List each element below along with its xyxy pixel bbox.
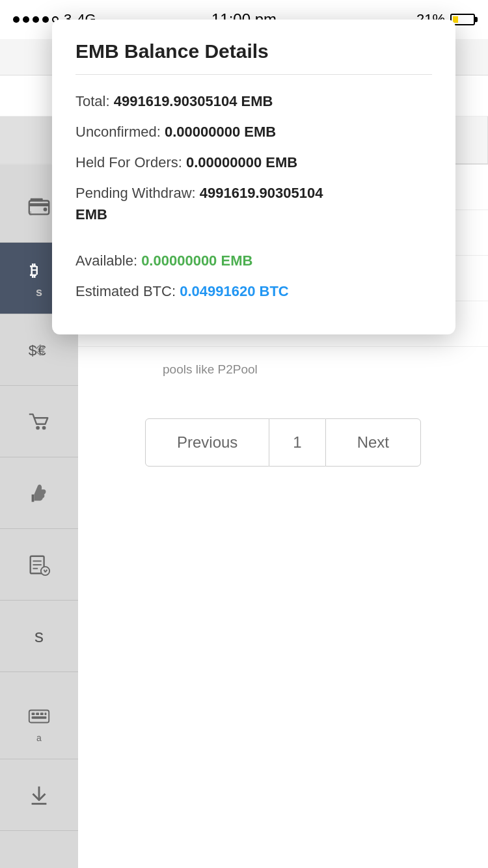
popup-pending-row: Pending Withdraw: 4991619.90305104 EMB — [75, 182, 432, 225]
popup-available-label: Available: — [75, 252, 137, 269]
popup-held-label: Held For Orders: — [75, 154, 182, 170]
popup-held-row: Held For Orders: 0.00000000 EMB — [75, 152, 432, 173]
popup-estimated-label: Estimated BTC: — [75, 283, 176, 299]
popup-available-value: 0.00000000 EMB — [141, 252, 252, 269]
popup-estimated-row: Estimated BTC: 0.04991620 BTC — [75, 280, 432, 302]
popup-estimated-value: 0.04991620 BTC — [180, 283, 289, 299]
popup-unconfirmed-row: Unconfirmed: 0.00000000 EMB — [75, 121, 432, 142]
popup-total-row: Total: 4991619.90305104 EMB — [75, 90, 432, 112]
popup-unconfirmed-value: 0.00000000 EMB — [165, 124, 276, 140]
popup-pending-value: 4991619.90305104 — [200, 185, 323, 201]
popup-available-row: Available: 0.00000000 EMB — [75, 250, 432, 271]
popup-pending-currency: EMB — [75, 206, 107, 223]
popup-overlay: EMB Balance Details Total: 4991619.90305… — [0, 0, 488, 868]
popup-title: EMB Balance Details — [75, 40, 432, 75]
popup-card: EMB Balance Details Total: 4991619.90305… — [52, 20, 455, 334]
popup-total-value: 4991619.90305104 EMB — [114, 93, 273, 109]
popup-divider — [75, 234, 432, 250]
popup-unconfirmed-label: Unconfirmed: — [75, 124, 161, 140]
popup-held-value: 0.00000000 EMB — [186, 154, 297, 170]
popup-pending-label: Pending Withdraw: — [75, 185, 196, 201]
popup-total-label: Total: — [75, 93, 110, 109]
